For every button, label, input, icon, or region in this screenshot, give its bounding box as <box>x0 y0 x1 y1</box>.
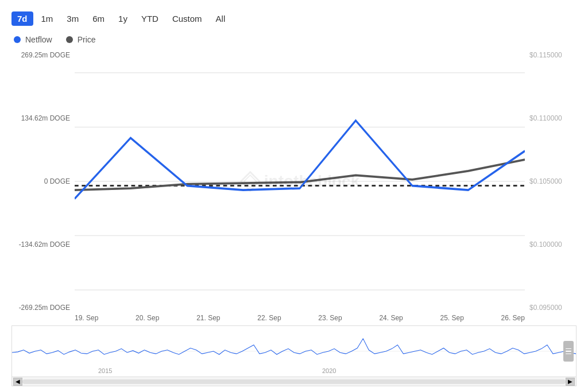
x-axis-label: 19. Sep <box>75 314 98 322</box>
time-btn-ytd[interactable]: YTD <box>136 11 164 26</box>
x-axis-label: 25. Sep <box>440 314 463 322</box>
y-right-label: $0.100000 <box>529 240 577 249</box>
chart-wrapper: 269.25m DOGE134.62m DOGE0 DOGE-134.62m D… <box>11 51 577 386</box>
time-btn-3m[interactable]: 3m <box>61 11 84 26</box>
x-axis: 19. Sep20. Sep21. Sep22. Sep23. Sep24. S… <box>11 312 577 322</box>
time-btn-all[interactable]: All <box>210 11 231 26</box>
chart-inner: intotheblock <box>75 51 525 312</box>
legend-price: Price <box>66 35 96 44</box>
x-axis-label: 20. Sep <box>136 314 159 322</box>
main-chart-area: 269.25m DOGE134.62m DOGE0 DOGE-134.62m D… <box>11 51 577 312</box>
y-left-label: 269.25m DOGE <box>11 51 70 59</box>
y-right-label: $0.095000 <box>529 304 577 312</box>
time-btn-1m[interactable]: 1m <box>36 11 59 26</box>
x-axis-label: 21. Sep <box>196 314 220 322</box>
time-btn-1y[interactable]: 1y <box>113 11 133 26</box>
time-btn-7d[interactable]: 7d <box>11 11 33 26</box>
x-axis-label: 26. Sep <box>501 314 525 322</box>
time-range-selector: 7d1m3m6m1yYTDCustomAll <box>11 11 577 26</box>
mini-chart-drag-handle[interactable] <box>563 341 574 362</box>
time-btn-6m[interactable]: 6m <box>87 11 110 26</box>
drag-line-3 <box>566 354 571 355</box>
time-btn-custom[interactable]: Custom <box>167 11 208 26</box>
drag-lines <box>566 348 571 355</box>
x-axis-label: 24. Sep <box>379 314 403 322</box>
y-left-label: -269.25m DOGE <box>11 304 70 312</box>
y-left-label: -134.62m DOGE <box>11 240 70 249</box>
x-axis-label: 23. Sep <box>318 314 342 322</box>
legend-netflow: Netflow <box>14 35 52 44</box>
y-left-label: 134.62m DOGE <box>11 114 70 122</box>
y-left-label: 0 DOGE <box>11 177 70 185</box>
price-label: Price <box>78 35 96 44</box>
mini-chart: 2015 2020 <box>11 325 577 377</box>
y-right-label: $0.110000 <box>529 114 577 122</box>
mini-year-2020: 2020 <box>322 367 336 374</box>
x-axis-label: 22. Sep <box>257 314 281 322</box>
scroll-left-arrow[interactable]: ◀ <box>13 378 22 386</box>
mini-year-2015: 2015 <box>98 367 112 374</box>
drag-line-1 <box>566 348 571 350</box>
y-right-label: $0.105000 <box>529 177 577 185</box>
main-container: 7d1m3m6m1yYTDCustomAll Netflow Price 269… <box>0 0 588 392</box>
chart-legend: Netflow Price <box>14 35 577 44</box>
netflow-label: Netflow <box>25 35 52 44</box>
y-right-label: $0.115000 <box>529 51 577 59</box>
scrollbar-track[interactable] <box>22 379 566 384</box>
y-axis-left: 269.25m DOGE134.62m DOGE0 DOGE-134.62m D… <box>11 51 75 312</box>
drag-line-2 <box>566 351 571 352</box>
netflow-dot <box>14 36 21 43</box>
price-dot <box>66 36 73 43</box>
scrollbar[interactable]: ◀ ▶ <box>11 377 577 386</box>
scroll-right-arrow[interactable]: ▶ <box>566 378 575 386</box>
y-axis-right: $0.115000$0.110000$0.105000$0.100000$0.0… <box>525 51 577 312</box>
